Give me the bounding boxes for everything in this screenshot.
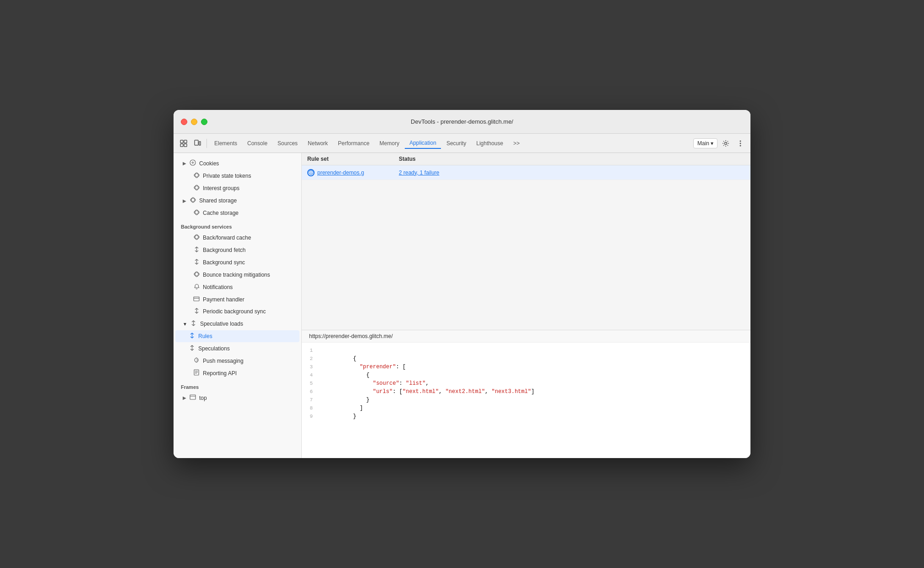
reporting-api-icon	[193, 369, 200, 377]
tab-elements[interactable]: Elements	[210, 138, 242, 148]
speculative-loads-icon	[190, 320, 197, 328]
speculation-info-icon: ⓘ	[307, 169, 315, 176]
toolbar-separator	[207, 139, 207, 148]
sidebar: ▶ Cookies Private sta	[174, 153, 302, 458]
status-link[interactable]: 2 ready, 1 failure	[399, 169, 440, 176]
line-content: {	[320, 355, 750, 363]
tab-lighthouse[interactable]: Lighthouse	[472, 138, 508, 148]
interest-groups-label: Interest groups	[203, 185, 296, 191]
sidebar-item-background-sync[interactable]: Background sync	[175, 257, 299, 268]
sidebar-item-interest-groups[interactable]: Interest groups	[175, 182, 299, 194]
toolbar-right: Main ▾	[693, 137, 747, 150]
speculative-loads-label: Speculative loads	[200, 321, 296, 327]
col-rule-set: Rule set	[302, 156, 393, 162]
tab-memory[interactable]: Memory	[375, 138, 404, 148]
inspect-element-icon[interactable]	[177, 137, 190, 150]
sidebar-item-payment-handler[interactable]: Payment handler	[175, 294, 299, 305]
notifications-icon	[193, 284, 200, 291]
payment-handler-icon	[193, 296, 200, 303]
sidebar-item-speculations[interactable]: Speculations	[175, 343, 299, 355]
sidebar-item-bounce-tracking[interactable]: Bounce tracking mitigations	[175, 269, 299, 281]
rule-set-url[interactable]: prerender-demos.g	[317, 169, 364, 176]
svg-rect-2	[184, 140, 187, 143]
col-status: Status	[393, 156, 750, 162]
tab-console[interactable]: Console	[243, 138, 272, 148]
chevron-down-icon: ▾	[711, 140, 713, 147]
code-line: 2 {	[302, 355, 750, 363]
tab-security[interactable]: Security	[442, 138, 471, 148]
close-button[interactable]	[181, 119, 187, 125]
back-forward-cache-icon	[193, 234, 200, 241]
maximize-button[interactable]	[201, 119, 207, 125]
private-state-tokens-label: Private state tokens	[203, 173, 296, 179]
tab-network[interactable]: Network	[303, 138, 332, 148]
line-content: {	[320, 371, 750, 379]
more-options-icon[interactable]	[734, 137, 747, 150]
sidebar-item-rules[interactable]: Rules	[175, 330, 299, 342]
table-header: Rule set Status	[302, 153, 750, 165]
line-number: 8	[302, 404, 320, 412]
sidebar-item-speculative-loads[interactable]: ▼ Speculative loads	[175, 318, 299, 330]
line-number: 1	[302, 346, 320, 355]
code-line: 4 {	[302, 371, 750, 379]
interest-groups-icon	[193, 185, 200, 192]
payment-handler-label: Payment handler	[203, 296, 296, 303]
code-line: 3 "prerender": [	[302, 363, 750, 371]
top-frame-label: top	[199, 395, 296, 401]
bg-services-section: Background services	[174, 219, 301, 231]
speculations-label: Speculations	[198, 345, 296, 352]
traffic-lights	[181, 119, 207, 125]
tab-performance[interactable]: Performance	[333, 138, 374, 148]
line-number: 6	[302, 388, 320, 396]
sidebar-item-cookies[interactable]: ▶ Cookies	[175, 157, 299, 169]
table-area: Rule set Status ⓘ prerender-demos.g 2 re…	[302, 153, 750, 330]
tab-application[interactable]: Application	[405, 138, 441, 149]
svg-rect-1	[180, 144, 183, 147]
table-body: ⓘ prerender-demos.g 2 ready, 1 failure	[302, 165, 750, 330]
code-line: 1	[302, 346, 750, 355]
private-state-tokens-icon	[193, 172, 200, 180]
more-tabs-button[interactable]: >>	[509, 138, 524, 148]
sidebar-item-background-fetch[interactable]: Background fetch	[175, 244, 299, 256]
bounce-tracking-icon	[193, 271, 200, 279]
cache-storage-icon	[193, 209, 200, 217]
main-content: ▶ Cookies Private sta	[174, 153, 750, 458]
main-dropdown[interactable]: Main ▾	[693, 138, 717, 148]
sidebar-item-top-frame[interactable]: ▶ top	[175, 392, 299, 404]
detail-url: https://prerender-demos.glitch.me/	[302, 330, 750, 343]
back-forward-cache-label: Back/forward cache	[203, 235, 296, 241]
sidebar-item-back-forward-cache[interactable]: Back/forward cache	[175, 232, 299, 244]
device-toolbar-icon[interactable]	[191, 137, 204, 150]
line-content: }	[320, 412, 750, 421]
line-content: }	[320, 396, 750, 404]
svg-rect-25	[190, 395, 196, 399]
sidebar-item-private-state-tokens[interactable]: Private state tokens	[175, 170, 299, 182]
sidebar-item-cache-storage[interactable]: Cache storage	[175, 207, 299, 219]
arrow-right-icon-2: ▶	[183, 198, 186, 203]
line-content: "prerender": [	[320, 363, 750, 371]
sidebar-item-periodic-bg-sync[interactable]: Periodic background sync	[175, 306, 299, 317]
line-content: ]	[320, 404, 750, 412]
detail-area: https://prerender-demos.glitch.me/ 12 {3…	[302, 330, 750, 458]
reporting-api-label: Reporting API	[203, 370, 296, 377]
svg-rect-5	[199, 142, 201, 145]
sidebar-item-reporting-api[interactable]: Reporting API	[175, 367, 299, 379]
table-row[interactable]: ⓘ prerender-demos.g 2 ready, 1 failure	[302, 165, 750, 180]
svg-point-6	[725, 142, 727, 144]
sidebar-item-notifications[interactable]: Notifications	[175, 281, 299, 293]
settings-icon[interactable]	[719, 137, 732, 150]
svg-point-7	[740, 140, 741, 142]
minimize-button[interactable]	[191, 119, 197, 125]
svg-rect-3	[184, 144, 187, 147]
sidebar-item-push-messaging[interactable]: Push messaging	[175, 355, 299, 366]
line-number: 4	[302, 371, 320, 379]
arrow-down-icon: ▼	[183, 322, 187, 327]
bounce-tracking-label: Bounce tracking mitigations	[203, 272, 296, 278]
top-frame-icon	[189, 394, 196, 401]
svg-point-8	[740, 142, 741, 144]
tab-sources[interactable]: Sources	[273, 138, 302, 148]
arrow-right-icon: ▶	[183, 161, 186, 166]
sidebar-item-shared-storage[interactable]: ▶ Shared storage	[175, 195, 299, 207]
line-number: 5	[302, 379, 320, 388]
code-area: 12 {3 "prerender": [4 {5 "source": "list…	[302, 343, 750, 458]
